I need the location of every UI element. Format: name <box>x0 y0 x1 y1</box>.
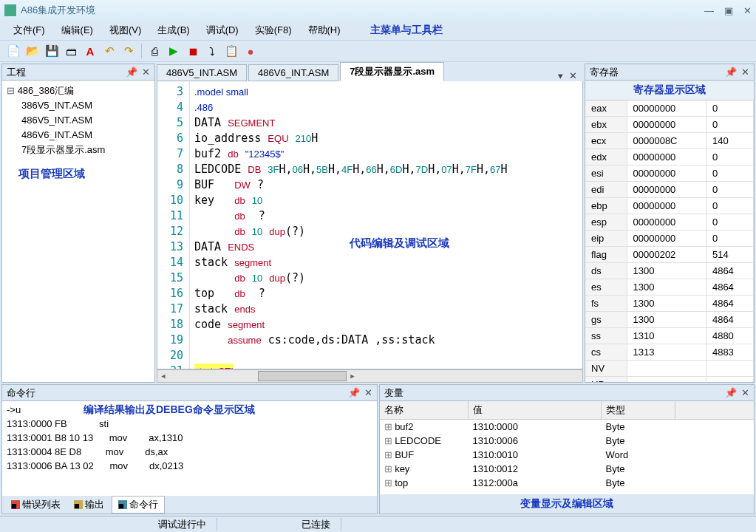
var-col-header: 名称 <box>380 401 469 419</box>
project-region-label: 项目管理区域 <box>18 166 150 181</box>
register-row[interactable]: ebx000000000 <box>585 117 754 133</box>
maximize-button[interactable]: ▣ <box>724 5 733 16</box>
tab-close-icon[interactable]: ✕ <box>569 70 577 81</box>
variables-table[interactable]: 名称值类型 ⊞ buf21310:0000Byte⊞ LEDCODE1310:0… <box>380 401 755 494</box>
titlebar: A86集成开发环境 — ▣ ✕ <box>0 0 756 21</box>
register-row[interactable]: esp000000000 <box>585 214 754 231</box>
register-row[interactable]: NV <box>585 361 754 377</box>
tree-root[interactable]: 486_386汇编 <box>7 83 150 98</box>
tab-dropdown-icon[interactable]: ▾ <box>558 70 563 81</box>
pin-icon[interactable]: 📌 <box>725 66 737 78</box>
cmdline-title: 命令行 <box>7 386 348 400</box>
register-row[interactable]: ds13004864 <box>585 263 754 279</box>
register-row[interactable]: edi000000000 <box>585 182 754 198</box>
app-icon <box>4 4 16 16</box>
toolbar-btn-11[interactable]: ⤵ <box>203 42 221 60</box>
register-row[interactable]: eip000000000 <box>585 231 754 247</box>
pin-icon[interactable]: 📌 <box>725 387 737 398</box>
status-left: 调试进行中 <box>148 518 217 531</box>
code-editor[interactable]: 3456789101112131415161718192021 .model s… <box>157 81 583 369</box>
toolbar-btn-2[interactable]: 💾 <box>43 42 61 60</box>
register-row[interactable]: flag00000202514 <box>585 247 754 263</box>
variables-panel: 变量 📌✕ 名称值类型 ⊞ buf21310:0000Byte⊞ LEDCODE… <box>379 384 755 514</box>
toolbar-btn-0[interactable]: 📄 <box>4 42 22 60</box>
window-title: A86集成开发环境 <box>21 4 704 17</box>
editor-hscrollbar[interactable] <box>157 369 583 383</box>
close-button[interactable]: ✕ <box>743 5 752 16</box>
project-panel-title: 工程 <box>7 66 126 79</box>
toolbar-btn-1[interactable]: 📂 <box>24 42 41 60</box>
toolbar-btn-6[interactable]: ↷ <box>120 42 137 60</box>
editor-tab[interactable]: 486V6_INT.ASM <box>248 64 338 81</box>
cmdline-panel: 命令行 📌✕ ->u 1313:0000 FB sti 1313:0001 B8… <box>1 384 378 514</box>
variable-row[interactable]: ⊞ top1312:000aByte <box>380 476 755 490</box>
tree-file[interactable]: 7段显示器显示.asm <box>7 143 150 157</box>
close-icon[interactable]: ✕ <box>142 66 150 78</box>
register-row[interactable]: ss13104880 <box>585 328 754 344</box>
tree-file[interactable]: 486V6_INT.ASM <box>7 128 150 143</box>
register-row[interactable]: ebp000000000 <box>585 198 754 214</box>
tab-errors[interactable]: ■错误列表 <box>5 497 67 513</box>
menu-build[interactable]: 生成(B) <box>150 21 197 39</box>
toolbar-btn-13[interactable]: ● <box>242 42 259 60</box>
register-row[interactable]: edx000000000 <box>585 149 754 166</box>
statusbar: 调试进行中 已连接 <box>0 516 756 532</box>
register-row[interactable]: es13004864 <box>585 279 754 296</box>
cmdline-output[interactable]: ->u 1313:0000 FB sti 1313:0001 B8 10 13 … <box>2 401 377 496</box>
project-panel: 工程 📌 ✕ 486_386汇编 386V5_INT.ASM486V5_INT.… <box>1 64 155 383</box>
cmdline-region-label: 编译结果输出及DEBEG命令显示区域 <box>84 403 255 416</box>
registers-table[interactable]: 寄存器显示区域 eax000000000ebx000000000ecx00000… <box>585 81 754 382</box>
variable-row[interactable]: ⊞ BUF1310:0010Word <box>380 448 755 462</box>
toolbar-btn-10[interactable]: ⏹ <box>184 42 202 60</box>
menu-view[interactable]: 视图(V) <box>102 21 149 39</box>
menu-edit[interactable]: 编辑(E) <box>54 21 101 39</box>
tree-file[interactable]: 486V5_INT.ASM <box>7 113 150 128</box>
line-gutter: 3456789101112131415161718192021 <box>157 81 190 369</box>
cmdline-tabs: ■错误列表 ■输出 ■命令行 <box>2 496 377 514</box>
editor-tabs: 486V5_INT.ASM486V6_INT.ASM7段显示器显示.asm▾✕ <box>157 64 583 81</box>
tab-output[interactable]: ■输出 <box>68 497 110 513</box>
register-row[interactable]: cs13134883 <box>585 344 754 361</box>
registers-region-label: 寄存器显示区域 <box>585 81 754 100</box>
register-row[interactable]: gs13004864 <box>585 312 754 328</box>
var-col-header: 类型 <box>602 401 675 419</box>
menubar-annotation: 主菜单与工具栏 <box>370 24 443 37</box>
tab-cmd[interactable]: ■命令行 <box>112 496 165 514</box>
toolbar-btn-8[interactable]: ⎙ <box>146 42 163 60</box>
tree-file[interactable]: 386V5_INT.ASM <box>7 98 150 113</box>
close-icon[interactable]: ✕ <box>741 66 749 78</box>
editor-tab[interactable]: 7段显示器显示.asm <box>340 62 444 81</box>
toolbar: 📄📂💾🗃A↶↷⎙▶⏹⤵📋● <box>0 40 756 62</box>
minimize-button[interactable]: — <box>704 5 714 16</box>
toolbar-btn-3[interactable]: 🗃 <box>62 42 80 60</box>
menu-help[interactable]: 帮助(H) <box>301 21 348 39</box>
pin-icon[interactable]: 📌 <box>348 387 360 398</box>
toolbar-btn-9[interactable]: ▶ <box>165 42 183 60</box>
register-row[interactable]: UP <box>585 377 754 383</box>
menu-file[interactable]: 文件(F) <box>6 21 52 39</box>
registers-title: 寄存器 <box>590 66 725 79</box>
variable-row[interactable]: ⊞ buf21310:0000Byte <box>380 420 755 434</box>
register-row[interactable]: esi000000000 <box>585 166 754 182</box>
menu-experiment[interactable]: 实验(F8) <box>248 21 299 39</box>
menubar: 文件(F) 编辑(E) 视图(V) 生成(B) 调试(D) 实验(F8) 帮助(… <box>0 21 756 40</box>
variable-row[interactable]: ⊞ LEDCODE1310:0006Byte <box>380 434 755 448</box>
close-icon[interactable]: ✕ <box>741 387 749 398</box>
toolbar-btn-4[interactable]: A <box>81 42 99 60</box>
toolbar-btn-5[interactable]: ↶ <box>101 42 118 60</box>
close-icon[interactable]: ✕ <box>364 387 372 398</box>
menu-debug[interactable]: 调试(D) <box>199 21 246 39</box>
register-row[interactable]: eax000000000 <box>585 100 754 117</box>
toolbar-btn-12[interactable]: 📋 <box>222 42 240 60</box>
editor-tab[interactable]: 486V5_INT.ASM <box>157 64 247 81</box>
register-row[interactable]: fs13004864 <box>585 296 754 312</box>
code-area[interactable]: .model small .486 DATA SEGMENT io_addres… <box>190 81 582 369</box>
variable-row[interactable]: ⊞ key1310:0012Byte <box>380 462 755 476</box>
project-tree[interactable]: 486_386汇编 386V5_INT.ASM486V5_INT.ASM486V… <box>2 81 154 382</box>
status-right: 已连接 <box>291 518 341 531</box>
var-col-header: 值 <box>469 401 602 419</box>
scroll-thumb[interactable] <box>258 371 347 381</box>
register-row[interactable]: ecx0000008C140 <box>585 133 754 149</box>
pin-icon[interactable]: 📌 <box>126 66 137 78</box>
registers-panel: 寄存器 📌 ✕ 寄存器显示区域 eax000000000ebx000000000… <box>585 64 755 383</box>
